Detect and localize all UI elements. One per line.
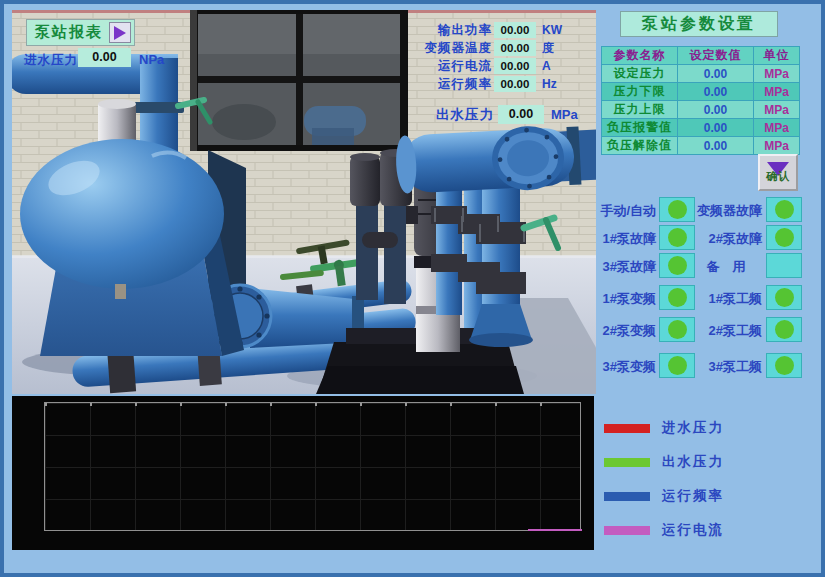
legend-swatch-running-frequency [604,492,650,501]
plot-ticks [45,403,580,406]
param-name: 负压报警值 [602,119,678,137]
legend-swatch-outlet-pressure [604,458,650,467]
status-label-spare: 备 用 [690,258,762,276]
status-led-pump1-mains [766,285,802,310]
readout-group: 输出功率 00.00 KW 变频器温度 00.00 度 运行电流 00.00 A… [410,22,562,92]
param-unit: MPa [754,101,800,119]
status-label-auto-manual: 手动/自动 [596,202,656,220]
param-name: 负压解除值 [602,137,678,155]
led-dot [775,356,794,375]
param-value[interactable]: 0.00 [678,101,754,119]
param-value[interactable]: 0.00 [678,83,754,101]
status-led-pump2-fault [766,225,802,250]
inlet-pressure-value: 0.00 [78,48,131,67]
readout-unit: Hz [542,77,557,91]
status-label-pump2-vfd: 2#泵变频 [596,322,656,340]
led-dot [668,320,687,339]
inlet-pressure-unit: NPa [139,52,164,67]
legend-swatch-running-current [604,526,650,535]
outlet-pressure-row: 出水压力 0.00 MPa [436,105,578,124]
param-name: 设定压力 [602,65,678,83]
trace-running-current [528,529,582,531]
hmi-screen: 泵站报表 进水压力 0.00 NPa 输出功率 00.00 KW 变频器温度 0… [0,0,825,577]
legend-label-running-current: 运行电流 [662,521,724,539]
confirm-button[interactable]: 确认 [758,154,798,191]
pump-station-3d-scene: 泵站报表 进水压力 0.00 NPa 输出功率 00.00 KW 变频器温度 0… [12,10,596,394]
status-label-pump2-fault: 2#泵故障 [690,230,762,248]
status-label-pump3-vfd: 3#泵变频 [596,358,656,376]
trend-chart [12,396,594,550]
led-dot [668,228,687,247]
readout-unit: KW [542,23,562,37]
status-led-vfd-fault [766,197,802,222]
led-dot [775,200,794,219]
readout-label: 运行频率 [410,76,492,93]
readout-value: 00.00 [494,58,536,74]
led-dot [775,320,794,339]
status-label-pump3-fault: 3#泵故障 [596,258,656,276]
readout-value: 00.00 [494,76,536,92]
table-row: 压力上限 0.00 MPa [602,101,800,119]
status-led-spare [766,253,802,278]
trend-plot-area [44,402,581,531]
outlet-pressure-value: 0.00 [498,105,544,124]
led-dot [775,228,794,247]
report-button[interactable]: 泵站报表 [26,19,135,46]
status-label-pump1-fault: 1#泵故障 [596,230,656,248]
readout-row: 运行电流 00.00 A [410,58,562,74]
legend-label-running-frequency: 运行频率 [662,487,724,505]
col-header-unit: 单位 [754,47,800,65]
param-name: 压力下限 [602,83,678,101]
led-dot [668,256,687,275]
outlet-pressure-unit: MPa [551,107,578,122]
table-row: 负压解除值 0.00 MPa [602,137,800,155]
param-value[interactable]: 0.00 [678,137,754,155]
inlet-pressure-label: 进水压力 [24,52,78,69]
led-dot [668,356,687,375]
legend-label-outlet-pressure: 出水压力 [662,453,724,471]
readout-unit: 度 [542,40,554,57]
led-dot [668,288,687,307]
outlet-pressure-label: 出水压力 [436,106,494,124]
play-icon[interactable] [109,22,131,43]
window [190,10,408,151]
status-led-pump2-mains [766,317,802,342]
status-led-pump3-mains [766,353,802,378]
readout-unit: A [542,59,551,73]
status-label-pump3-mains: 3#泵工频 [690,358,762,376]
readout-row: 运行频率 00.00 Hz [410,76,562,92]
status-label-pump1-mains: 1#泵工频 [690,290,762,308]
readout-value: 00.00 [494,40,536,56]
led-dot [668,200,687,219]
table-row: 压力下限 0.00 MPa [602,83,800,101]
status-label-pump1-vfd: 1#泵变频 [596,290,656,308]
param-value[interactable]: 0.00 [678,65,754,83]
readout-label: 变频器温度 [410,40,492,57]
param-name: 压力上限 [602,101,678,119]
param-unit: MPa [754,65,800,83]
readout-label: 运行电流 [410,58,492,75]
status-label-vfd-fault: 变频器故障 [690,202,762,220]
report-button-label: 泵站报表 [35,23,103,42]
table-row: 负压报警值 0.00 MPa [602,119,800,137]
confirm-button-label: 确认 [766,169,790,184]
readout-row: 输出功率 00.00 KW [410,22,562,38]
param-unit: MPa [754,119,800,137]
table-row: 设定压力 0.00 MPa [602,65,800,83]
col-header-name: 参数名称 [602,47,678,65]
param-unit: MPa [754,83,800,101]
parameter-table: 参数名称 设定数值 单位 设定压力 0.00 MPa 压力下限 0.00 MPa… [601,46,800,155]
param-value[interactable]: 0.00 [678,119,754,137]
legend-label-inlet-pressure: 进水压力 [662,419,724,437]
readout-label: 输出功率 [410,22,492,39]
col-header-value: 设定数值 [678,47,754,65]
param-unit: MPa [754,137,800,155]
legend-swatch-inlet-pressure [604,424,650,433]
readout-value: 00.00 [494,22,536,38]
settings-panel-title: 泵站参数设置 [620,11,778,37]
led-dot [775,288,794,307]
readout-row: 变频器温度 00.00 度 [410,40,562,56]
status-label-pump2-mains: 2#泵工频 [690,322,762,340]
